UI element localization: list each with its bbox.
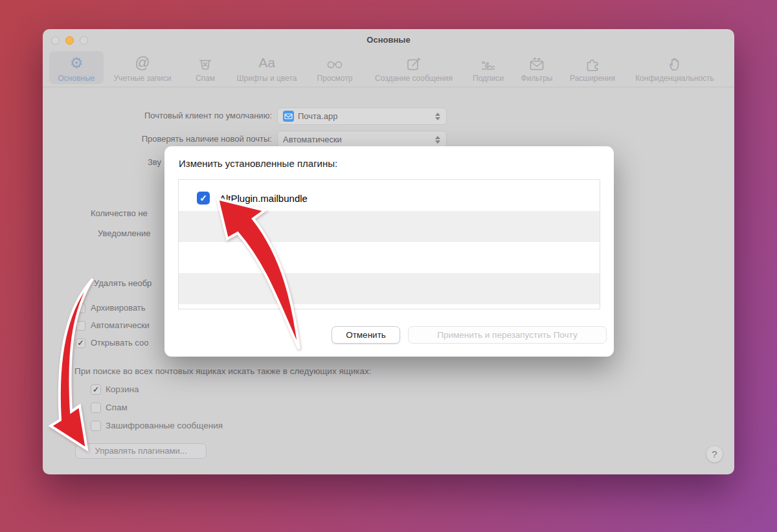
dialog-title: Изменить установленные плагины: (179, 158, 337, 169)
delete-label-clipped: Удалять необр (94, 278, 152, 288)
check-icon: ✓ (93, 385, 99, 394)
plugin-name: AltPlugin.mailbundle (220, 193, 308, 204)
trash-search-checkbox[interactable]: ✓ (91, 384, 101, 395)
junk-search-checkbox[interactable] (91, 403, 101, 413)
cancel-button[interactable]: Отменить (332, 326, 400, 344)
encrypted-search-checkbox[interactable] (91, 421, 101, 431)
manage-plugins-button[interactable]: Управлять плагинами... (75, 443, 207, 459)
chevron-up-down-icon (435, 113, 440, 120)
unread-count-label-clipped: Количество не (91, 208, 148, 218)
hand-icon (626, 52, 723, 73)
tab-privacy[interactable]: Конфиденциальность (626, 52, 723, 87)
sounds-label-clipped: Зву (148, 157, 161, 167)
check-mail-label: Проверять наличие новой почты: (43, 134, 272, 144)
manage-plugins-dialog: Изменить установленные плагины: ✓ AltPlu… (164, 146, 614, 357)
check-icon: ✓ (77, 338, 84, 348)
notification-label-clipped: Уведомление (98, 228, 150, 238)
plugins-list[interactable]: ✓ AltPlugin.mailbundle (178, 179, 600, 309)
toolbar-divider (43, 87, 734, 87)
search-section-label: При поиске во всех почтовых ящиках искат… (74, 366, 372, 376)
mail-app-icon (283, 111, 294, 122)
default-client-label: Почтовый клиент по умолчанию: (43, 111, 272, 120)
plugin-checkbox[interactable]: ✓ (197, 192, 210, 205)
check-icon: ✓ (199, 193, 207, 203)
chevron-up-down-icon (435, 136, 440, 144)
archive-checkbox[interactable] (76, 304, 85, 313)
window-title: Основные (43, 35, 734, 45)
check-mail-select[interactable]: Автоматически (277, 131, 447, 148)
default-client-select[interactable]: Почта.app (277, 107, 447, 125)
desktop-background: Основные ⚙ Основные @ Учетные записи Спа… (0, 0, 777, 532)
automatically-checkbox[interactable] (76, 321, 85, 331)
open-messages-checkbox[interactable]: ✓ (76, 338, 85, 348)
apply-restart-button[interactable]: Применить и перезапустить Почту (408, 326, 607, 344)
help-button[interactable]: ? (706, 445, 723, 463)
